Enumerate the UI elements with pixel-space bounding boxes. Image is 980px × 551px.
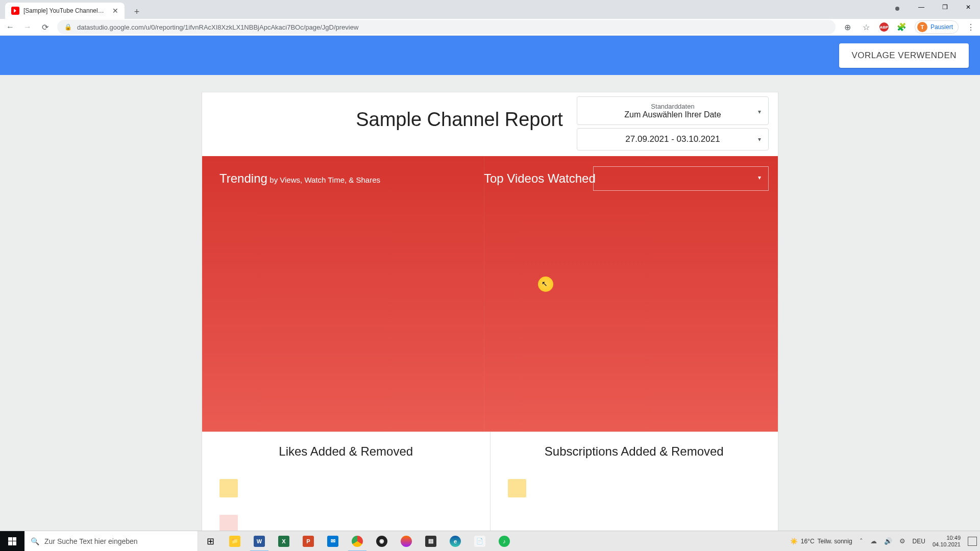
legend-swatch-added-icon <box>508 479 526 497</box>
system-tray: ☀️ 16°C Teilw. sonnig ˄ ☁ 🔊 ⚙ DEU 10:49 … <box>790 531 980 552</box>
window-controls: — ❐ ✕ <box>910 0 980 14</box>
spotify-icon[interactable]: ♪ <box>492 531 517 552</box>
legend-swatch-added-icon <box>219 479 238 497</box>
top-videos-title: Top Videos Watched <box>484 171 596 186</box>
edge-icon[interactable]: e <box>443 531 468 552</box>
powerpoint-icon[interactable]: P <box>296 531 321 552</box>
likes-panel: Likes Added & Removed <box>202 432 491 531</box>
mail-icon[interactable]: ✉ <box>321 531 345 552</box>
tray-time: 10:49 <box>933 535 961 541</box>
obs-icon[interactable]: ◉ <box>370 531 394 552</box>
top-videos-panel: Top Videos Watched <box>484 156 778 432</box>
new-tab-button[interactable]: + <box>130 5 144 19</box>
start-button[interactable] <box>0 531 24 552</box>
task-view-button[interactable]: ⊞ <box>198 531 223 552</box>
browser-chrome: — ❐ ✕ [Sample] YouTube Channel Repo ✕ + … <box>0 0 980 36</box>
tray-language[interactable]: DEU <box>913 538 925 545</box>
weather-desc: Teilw. sonnig <box>818 538 852 545</box>
browser-tab[interactable]: [Sample] YouTube Channel Repo ✕ <box>5 3 125 19</box>
trending-panel: Trending by Views, Watch Time, & Shares <box>202 156 484 432</box>
weather-temp: 16°C <box>801 538 815 545</box>
template-header-bar: VORLAGE VERWENDEN <box>0 36 980 75</box>
data-source-value: Zum Auswählen Ihrer Date <box>584 110 761 119</box>
abp-extension-icon[interactable]: ABP <box>879 22 889 32</box>
excel-icon[interactable]: X <box>272 531 296 552</box>
tray-onedrive-icon[interactable]: ☁ <box>870 537 877 545</box>
windows-logo-icon <box>8 537 16 545</box>
reload-button[interactable]: ⟳ <box>40 22 50 32</box>
address-bar: ← → ⟳ 🔒 datastudio.google.com/u/0/report… <box>0 19 980 35</box>
trending-section: Trending by Views, Watch Time, & Shares … <box>202 156 778 432</box>
date-range-value: 27.09.2021 - 03.10.2021 <box>625 134 720 144</box>
file-explorer-icon[interactable]: 📁 <box>223 531 247 552</box>
metrics-row: Likes Added & Removed Subscriptions Adde… <box>202 432 778 531</box>
notepad-icon[interactable]: 📄 <box>468 531 492 552</box>
extensions-puzzle-icon[interactable]: 🧩 <box>897 22 906 32</box>
data-source-dropdown[interactable]: Standarddaten Zum Auswählen Ihrer Date <box>577 96 769 125</box>
chrome-menu-icon[interactable]: ⋮ <box>967 22 975 32</box>
maximize-button[interactable]: ❐ <box>933 0 957 14</box>
likes-title: Likes Added & Removed <box>219 444 473 459</box>
tray-clock[interactable]: 10:49 04.10.2021 <box>933 535 961 548</box>
tab-title: [Sample] YouTube Channel Repo <box>23 7 105 14</box>
taskbar: 🔍 Zur Suche Text hier eingeben ⊞ 📁 W X P… <box>0 531 980 551</box>
report-canvas: Sample Channel Report Standarddaten Zum … <box>0 75 980 531</box>
forward-button[interactable]: → <box>22 22 33 32</box>
chrome-icon[interactable] <box>345 531 370 552</box>
tray-volume-icon[interactable]: 🔊 <box>884 537 892 545</box>
legend-swatch-removed-icon <box>219 515 238 531</box>
word-icon[interactable]: W <box>247 531 272 552</box>
data-source-label: Standarddaten <box>584 103 761 110</box>
report-header: Sample Channel Report Standarddaten Zum … <box>202 92 778 156</box>
likes-legend <box>219 479 473 531</box>
use-template-button[interactable]: VORLAGE VERWENDEN <box>839 43 969 68</box>
profile-chip[interactable]: T Pausiert <box>915 20 959 34</box>
profile-avatar-icon: T <box>917 22 927 32</box>
search-placeholder: Zur Suche Text hier eingeben <box>44 537 138 545</box>
trending-heading: Trending by Views, Watch Time, & Shares <box>219 171 467 186</box>
taskbar-search[interactable]: 🔍 Zur Suche Text hier eingeben <box>24 531 198 552</box>
tab-close-icon[interactable]: ✕ <box>112 7 118 15</box>
url-input[interactable]: 🔒 datastudio.google.com/u/0/reporting/1i… <box>57 20 836 34</box>
browser-right-icons: ⊕ ☆ ABP 🧩 T Pausiert ⋮ <box>843 20 975 34</box>
zoom-icon[interactable]: ⊕ <box>843 22 853 32</box>
notifications-icon[interactable] <box>968 537 977 546</box>
search-icon: 🔍 <box>31 537 39 545</box>
tray-chevron-up-icon[interactable]: ˄ <box>860 537 863 545</box>
profile-label: Pausiert <box>930 23 953 31</box>
subs-legend <box>508 479 761 497</box>
app-icon-1[interactable] <box>394 531 419 552</box>
subscriptions-title: Subscriptions Added & Removed <box>508 444 761 459</box>
app-icon-2[interactable]: ▤ <box>419 531 443 552</box>
weather-sun-icon: ☀️ <box>790 538 798 545</box>
tab-strip: [Sample] YouTube Channel Repo ✕ + <box>0 0 980 19</box>
tray-wifi-icon[interactable]: ⚙ <box>899 537 905 545</box>
minimize-button[interactable]: — <box>910 0 933 14</box>
url-text: datastudio.google.com/u/0/reporting/1ifv… <box>77 23 358 31</box>
trending-subtitle: by Views, Watch Time, & Shares <box>270 176 380 184</box>
back-button[interactable]: ← <box>5 22 15 32</box>
subscriptions-panel: Subscriptions Added & Removed <box>491 432 778 531</box>
report: Sample Channel Report Standarddaten Zum … <box>202 92 778 531</box>
youtube-favicon-icon <box>11 7 19 15</box>
top-videos-dropdown[interactable] <box>593 166 769 191</box>
weather-widget[interactable]: ☀️ 16°C Teilw. sonnig <box>790 538 852 545</box>
close-button[interactable]: ✕ <box>957 0 980 14</box>
chrome-notification-dot-icon <box>895 7 899 11</box>
lock-icon: 🔒 <box>64 23 72 31</box>
date-range-dropdown[interactable]: 27.09.2021 - 03.10.2021 <box>577 128 769 151</box>
tray-date: 04.10.2021 <box>933 541 961 548</box>
bookmark-star-icon[interactable]: ☆ <box>861 22 871 32</box>
taskbar-apps: ⊞ 📁 W X P ✉ ◉ ▤ e 📄 ♪ <box>198 531 517 552</box>
trending-title: Trending <box>219 171 267 185</box>
